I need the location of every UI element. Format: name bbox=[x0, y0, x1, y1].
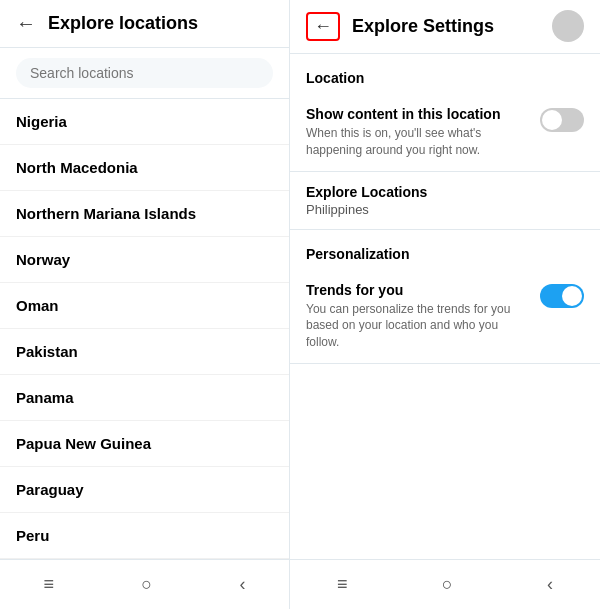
location-item[interactable]: Oman bbox=[0, 283, 289, 329]
show-content-text: Show content in this location When this … bbox=[306, 106, 528, 159]
location-item[interactable]: Pakistan bbox=[0, 329, 289, 375]
right-nav-bar: ≡ ○ ‹ bbox=[290, 559, 600, 609]
trends-text: Trends for you You can personalize the t… bbox=[306, 282, 528, 351]
search-bar bbox=[0, 48, 289, 99]
personalization-section-label: Personalization bbox=[290, 230, 600, 270]
explore-locations-row[interactable]: Explore Locations Philippines bbox=[290, 172, 600, 230]
right-content: Location Show content in this location W… bbox=[290, 54, 600, 559]
trends-title: Trends for you bbox=[306, 282, 528, 298]
right-nav-home[interactable]: ○ bbox=[442, 574, 453, 595]
explore-locations-value: Philippines bbox=[306, 202, 584, 217]
left-nav-bar: ≡ ○ ‹ bbox=[0, 559, 289, 609]
left-title: Explore locations bbox=[48, 13, 198, 34]
show-content-row: Show content in this location When this … bbox=[290, 94, 600, 172]
left-nav-back[interactable]: ‹ bbox=[239, 574, 245, 595]
location-item[interactable]: Paraguay bbox=[0, 467, 289, 513]
right-panel: ← Explore Settings Location Show content… bbox=[290, 0, 600, 609]
location-section-label: Location bbox=[290, 54, 600, 94]
location-item[interactable]: Peru bbox=[0, 513, 289, 559]
location-item[interactable]: Nigeria bbox=[0, 99, 289, 145]
left-panel: ← Explore locations NigeriaNorth Macedon… bbox=[0, 0, 290, 609]
location-item[interactable]: Panama bbox=[0, 375, 289, 421]
avatar bbox=[552, 10, 584, 42]
show-content-title: Show content in this location bbox=[306, 106, 528, 122]
show-content-toggle[interactable] bbox=[540, 108, 584, 132]
location-item[interactable]: Norway bbox=[0, 237, 289, 283]
left-nav-home[interactable]: ○ bbox=[141, 574, 152, 595]
location-item[interactable]: North Macedonia bbox=[0, 145, 289, 191]
left-back-arrow[interactable]: ← bbox=[16, 12, 36, 35]
right-nav-back[interactable]: ‹ bbox=[547, 574, 553, 595]
explore-locations-title: Explore Locations bbox=[306, 184, 584, 200]
locations-list: NigeriaNorth MacedoniaNorthern Mariana I… bbox=[0, 99, 289, 559]
location-item[interactable]: Papua New Guinea bbox=[0, 421, 289, 467]
trends-toggle[interactable] bbox=[540, 284, 584, 308]
left-nav-menu[interactable]: ≡ bbox=[44, 574, 55, 595]
search-input[interactable] bbox=[16, 58, 273, 88]
trends-row: Trends for you You can personalize the t… bbox=[290, 270, 600, 364]
location-item[interactable]: Northern Mariana Islands bbox=[0, 191, 289, 237]
right-header: ← Explore Settings bbox=[290, 0, 600, 54]
right-back-btn-box[interactable]: ← bbox=[306, 12, 340, 41]
show-content-desc: When this is on, you'll see what's happe… bbox=[306, 125, 528, 159]
left-header: ← Explore locations bbox=[0, 0, 289, 48]
right-nav-menu[interactable]: ≡ bbox=[337, 574, 348, 595]
right-title: Explore Settings bbox=[352, 16, 494, 37]
trends-desc: You can personalize the trends for you b… bbox=[306, 301, 528, 351]
right-back-arrow[interactable]: ← bbox=[314, 16, 332, 37]
